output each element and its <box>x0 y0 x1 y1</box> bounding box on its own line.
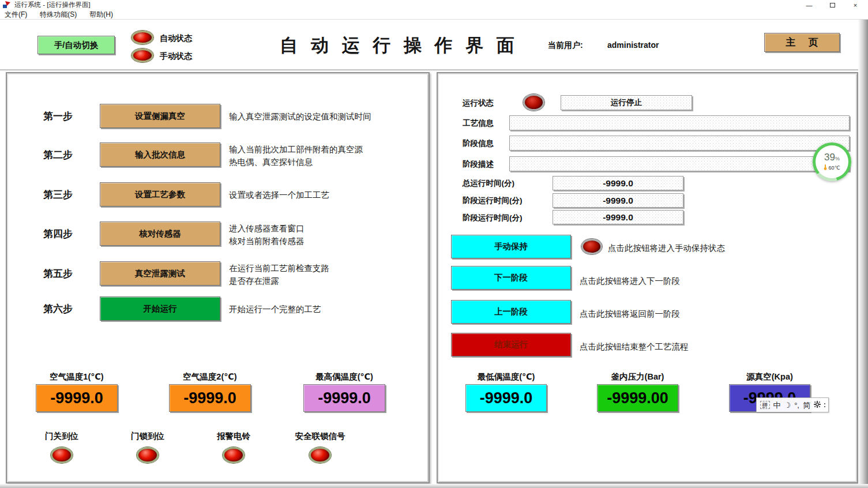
step-5-button-vacuum-leak-test[interactable]: 真空泄露测试 <box>100 261 220 286</box>
alarm-bell-indicator: 报警电铃 <box>199 431 268 463</box>
end-run-description: 点击此按钮结束整个工艺流程 <box>580 341 689 352</box>
window-bottom-edge <box>0 484 868 488</box>
run-status-field: 运行停止 <box>561 95 692 110</box>
step-2-description: 输入当前批次加工部件附着的真空源热电偶、真空探针信息 <box>229 143 363 168</box>
step-row-2: 第二步 输入批次信息 输入当前批次加工部件附着的真空源热电偶、真空探针信息 <box>7 142 429 168</box>
step-3-number: 第三步 <box>43 188 73 201</box>
step-row-6: 第六步 开始运行 开始运行一个完整的工艺 <box>7 296 429 322</box>
minimize-button[interactable]: — <box>798 0 821 10</box>
step-2-button-enter-batch-info[interactable]: 输入批次信息 <box>100 142 220 167</box>
ime-simplified-mode[interactable]: 简 <box>803 401 810 409</box>
steps-panel: 第一步 设置侧漏真空 输入真空泄露测试的设定值和测试时间 第二步 输入批次信息 … <box>6 72 430 483</box>
auto-status-led <box>131 31 153 44</box>
step-1-description: 输入真空泄露测试的设定值和测试时间 <box>229 110 371 123</box>
step-1-number: 第一步 <box>43 110 73 123</box>
max-couple-temp-display: 最高偶温度(℃) -9999.0 <box>303 371 385 412</box>
menu-help[interactable]: 帮助(H) <box>89 10 113 20</box>
run-control-panel: 运行状态 运行停止 工艺信息 阶段信息 阶段描述 总运行时间(分) -9999.… <box>437 72 858 483</box>
menu-bar: 文件(F) 特殊功能(S) 帮助(H) <box>0 10 868 20</box>
stage-run-time-field-1: -9999.0 <box>553 193 683 208</box>
previous-stage-description: 点击此按钮将返回前一阶段 <box>580 309 680 320</box>
air-temp-2-display: 空气温度2(℃) -9999.0 <box>169 371 251 412</box>
performance-overlay-widget[interactable]: 39% 60℃ <box>813 142 851 181</box>
step-6-number: 第六步 <box>43 302 73 316</box>
total-run-time-field: -9999.0 <box>553 176 683 190</box>
window-right-edge <box>858 20 868 488</box>
vessel-pressure-display: 釜内压力(Bar) -9999.00 <box>597 371 678 412</box>
step-row-4: 第四步 核对传感器 进入传感器查看窗口核对当前附着传感器 <box>7 222 429 247</box>
door-locked-led <box>137 447 159 463</box>
step-4-description: 进入传感器查看窗口核对当前附着传感器 <box>229 222 305 247</box>
manual-hold-button[interactable]: 手动保持 <box>451 235 571 258</box>
step-3-button-set-process-params[interactable]: 设置工艺参数 <box>100 182 220 207</box>
total-run-time-label: 总运行时间(分) <box>463 178 514 189</box>
step-2-number: 第二步 <box>43 148 73 162</box>
stage-info-field <box>509 136 850 151</box>
step-4-button-verify-sensors[interactable]: 核对传感器 <box>100 222 220 246</box>
step-6-description: 开始运行一个完整的工艺 <box>229 303 321 316</box>
ime-toolbar[interactable]: 拼 中 ☽ °, 简 <box>756 397 829 412</box>
process-info-field <box>509 115 850 130</box>
stage-run-time-label-1: 阶段运行时间(分) <box>463 196 523 206</box>
alarm-bell-led <box>223 447 245 463</box>
manual-status-led <box>131 48 153 62</box>
stage-run-time-label-2: 阶段运行时间(分) <box>463 213 523 223</box>
ime-punctuation-icon[interactable]: °, <box>794 401 799 409</box>
step-row-1: 第一步 设置侧漏真空 输入真空泄露测试的设定值和测试时间 <box>7 104 429 129</box>
ime-moon-icon[interactable]: ☽ <box>784 401 791 409</box>
door-locked-indicator: 门锁到位 <box>113 431 182 463</box>
overlay-temperature: 60℃ <box>828 165 840 171</box>
title-bar: 运行系统 - [运行操作界面] — × <box>0 0 868 10</box>
manual-status-label: 手动状态 <box>160 51 192 62</box>
safety-interlock-led <box>309 447 331 463</box>
window-title: 运行系统 - [运行操作界面] <box>14 1 91 9</box>
auto-status-label: 自动状态 <box>160 33 192 44</box>
safety-interlock-indicator: 安全联锁信号 <box>285 431 355 463</box>
stage-description-label: 阶段描述 <box>463 159 494 170</box>
page-title: 自 动 运 行 操 作 界 面 <box>266 33 532 58</box>
overlay-percent-unit: % <box>835 156 840 162</box>
stage-run-time-field-2: -9999.0 <box>553 210 683 224</box>
ime-more-icon[interactable] <box>824 403 825 407</box>
ime-chinese-mode[interactable]: 中 <box>773 401 781 409</box>
manual-hold-description: 点击此按钮将进入手动保持状态 <box>608 243 725 254</box>
restore-button[interactable] <box>821 0 844 10</box>
current-user-label: 当前用户: <box>548 40 583 51</box>
door-closed-indicator: 门关到位 <box>27 431 96 463</box>
next-stage-description: 点击此按钮将进入下一阶段 <box>580 276 680 287</box>
menu-file[interactable]: 文件(F) <box>5 10 27 20</box>
step-6-button-start-run[interactable]: 开始运行 <box>100 296 220 321</box>
previous-stage-button[interactable]: 上一阶段 <box>451 300 571 324</box>
step-row-5: 第五步 真空泄露测试 在运行当前工艺前检查支路是否存在泄露 <box>7 261 429 287</box>
top-control-bar: 手/自动切换 自动状态 手动状态 自 动 运 行 操 作 界 面 当前用户: a… <box>0 20 868 69</box>
home-button[interactable]: 主 页 <box>764 33 840 52</box>
run-status-led <box>523 94 544 111</box>
step-5-number: 第五步 <box>43 267 73 280</box>
air-temp-1-display: 空气温度1(℃) -9999.0 <box>36 371 118 412</box>
menu-special-functions[interactable]: 特殊功能(S) <box>40 10 77 20</box>
manual-auto-toggle-button[interactable]: 手/自动切换 <box>37 36 115 54</box>
current-user-value: administrator <box>607 40 659 50</box>
thermometer-icon <box>824 164 827 171</box>
min-couple-temp-display: 最低偶温度(℃) -9999.0 <box>465 371 547 412</box>
performance-overlay-face: 39% 60℃ <box>816 145 848 178</box>
step-5-description: 在运行当前工艺前检查支路是否存在泄露 <box>229 262 329 287</box>
door-closed-led <box>51 447 73 463</box>
process-info-label: 工艺信息 <box>463 118 494 129</box>
run-status-label: 运行状态 <box>463 98 494 108</box>
end-run-button[interactable]: 结束运行 <box>451 333 571 356</box>
step-1-button-set-leak-vacuum[interactable]: 设置侧漏真空 <box>100 104 220 128</box>
close-button[interactable]: × <box>844 0 867 10</box>
manual-hold-led <box>581 239 602 254</box>
next-stage-button[interactable]: 下一阶段 <box>451 266 571 290</box>
restore-icon <box>830 3 835 7</box>
step-row-3: 第三步 设置工艺参数 设置或者选择一个加工工艺 <box>7 182 429 208</box>
stage-description-field <box>509 156 850 171</box>
step-3-description: 设置或者选择一个加工工艺 <box>229 189 329 201</box>
overlay-percent: 39 <box>824 152 835 163</box>
topbar-divider <box>0 69 858 71</box>
ime-pinyin-icon[interactable]: 拼 <box>760 401 770 410</box>
ime-settings-gear-icon[interactable] <box>814 401 821 409</box>
app-icon <box>3 1 11 9</box>
step-4-number: 第四步 <box>43 227 73 241</box>
